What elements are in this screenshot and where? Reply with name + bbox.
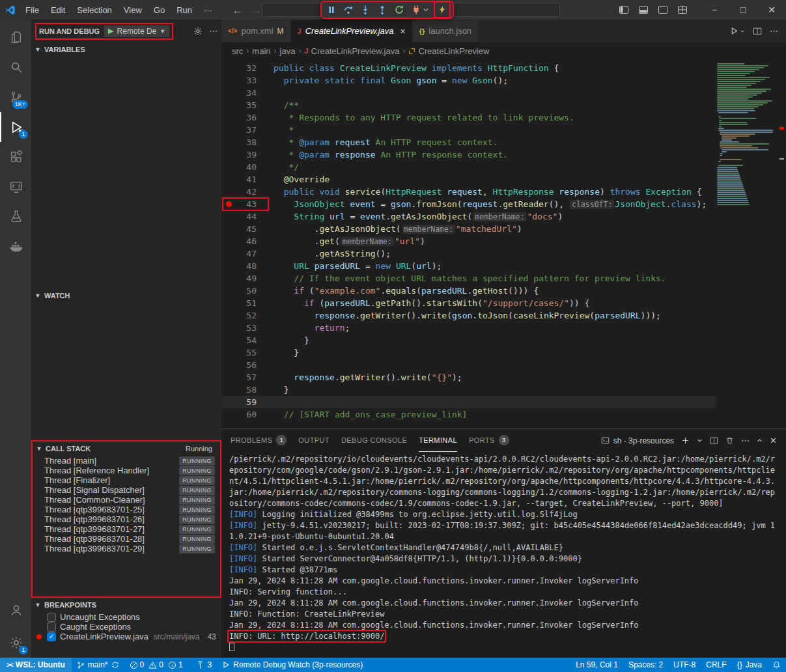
forwarded-ports[interactable]: 3 (191, 658, 218, 672)
breakpoint-gutter[interactable] (221, 359, 236, 371)
breakpoint-gutter[interactable] (221, 384, 236, 396)
chevron-down-icon[interactable] (423, 2, 430, 18)
step-into-icon[interactable] (358, 2, 373, 18)
breadcrumb-item[interactable]: java (280, 46, 296, 56)
tab-launch.json[interactable]: {}launch.json (413, 20, 479, 42)
breakpoint-gutter[interactable] (221, 309, 236, 322)
breakpoint-gutter[interactable] (221, 99, 236, 111)
menu-file[interactable]: File (20, 0, 45, 20)
customize-layout-icon[interactable] (674, 1, 691, 18)
code-editor[interactable]: 32public class CreateLinkPreview impleme… (221, 59, 786, 428)
breadcrumb-item[interactable]: CreateLinkPreview (408, 46, 489, 56)
split-editor-icon[interactable] (753, 27, 762, 36)
breakpoint-row[interactable]: Uncaught Exceptions (31, 612, 221, 622)
breakpoint-checkbox[interactable] (47, 613, 56, 622)
maximize-button[interactable]: □ (729, 0, 757, 20)
search-icon[interactable] (0, 52, 31, 82)
thread-row[interactable]: Thread [qtp399683701-27]RUNNING (33, 524, 220, 534)
thread-row[interactable]: Thread [qtp399683701-25]RUNNING (33, 505, 220, 514)
panel-tab-debug-console[interactable]: DEBUG CONSOLE (341, 429, 407, 452)
watch-section-header[interactable]: ▼ WATCH (31, 288, 221, 303)
tab-pom.xml[interactable]: </>pom.xmlM (221, 20, 291, 42)
panel-tab-terminal[interactable]: TERMINAL (419, 429, 457, 452)
breakpoint-checkbox[interactable]: ✓ (47, 632, 56, 641)
hot-code-replace-lightning-icon[interactable] (436, 3, 449, 16)
source-control-icon[interactable]: 1K+ (0, 82, 31, 112)
breakpoint-gutter[interactable] (221, 396, 236, 408)
problems-indicator[interactable]: 0 0 1 (124, 658, 191, 672)
breakpoint-gutter[interactable] (221, 285, 236, 297)
breakpoint-gutter[interactable] (221, 74, 236, 87)
remote-indicator[interactable]: >< WSL: Ubuntu (0, 658, 72, 672)
more-actions-icon[interactable]: ⋯ (741, 436, 750, 445)
new-terminal-icon[interactable] (681, 436, 690, 445)
minimap[interactable] (716, 59, 778, 428)
breakpoint-gutter[interactable] (221, 247, 236, 260)
more-actions-icon[interactable]: ⋯ (770, 26, 778, 36)
gear-icon[interactable] (193, 27, 203, 36)
breakpoint-checkbox[interactable] (47, 623, 56, 632)
minimize-button[interactable]: − (700, 0, 729, 20)
breakpoint-gutter[interactable] (221, 148, 236, 161)
thread-row[interactable]: Thread [Signal Dispatcher]RUNNING (33, 485, 220, 495)
breakpoint-gutter[interactable] (221, 161, 236, 173)
eol[interactable]: CRLF (701, 658, 731, 672)
terminal-session[interactable]: sh - 3p-resources (601, 436, 674, 445)
thread-row[interactable]: Thread [Finalizer]RUNNING (33, 475, 220, 485)
breadcrumb-item[interactable]: JCreateLinkPreview.java (304, 46, 399, 56)
breakpoint-gutter[interactable] (221, 235, 236, 247)
breakpoint-gutter[interactable] (221, 272, 236, 285)
overview-ruler[interactable] (778, 59, 786, 428)
thread-row[interactable]: Thread [qtp399683701-28]RUNNING (33, 534, 220, 544)
terminal-output[interactable]: /pierrick/.m2/repository/io/cloudevents/… (221, 452, 786, 658)
step-over-icon[interactable] (341, 2, 356, 18)
breadcrumb-item[interactable]: src (232, 46, 243, 56)
cursor-position[interactable]: Ln 59, Col 1 (570, 658, 623, 672)
kill-terminal-icon[interactable] (725, 436, 734, 445)
menu-selection[interactable]: Selection (71, 0, 117, 20)
maximize-panel-icon[interactable] (757, 438, 763, 443)
language-mode[interactable]: {}Java (732, 658, 767, 672)
breakpoint-gutter[interactable] (221, 334, 236, 346)
breakpoint-gutter[interactable] (221, 111, 236, 124)
menu-run[interactable]: Run (171, 0, 198, 20)
breakpoint-gutter[interactable] (221, 260, 236, 272)
close-panel-icon[interactable]: ✕ (770, 436, 777, 445)
start-debug-icon[interactable]: ▶ (108, 27, 113, 35)
testing-icon[interactable] (0, 202, 31, 232)
encoding[interactable]: UTF-8 (668, 658, 701, 672)
breakpoint-gutter[interactable] (221, 186, 236, 198)
launch-config-dropdown[interactable]: ▶ Remote De ▼ (104, 25, 169, 37)
notifications-bell[interactable] (767, 658, 786, 672)
thread-row[interactable]: Thread [qtp399683701-26]RUNNING (33, 514, 220, 524)
thread-row[interactable]: Thread [Common-Cleaner]RUNNING (33, 495, 220, 505)
breakpoints-section-header[interactable]: ▼ BREAKPOINTS (31, 598, 221, 612)
disconnect-icon[interactable] (408, 2, 424, 18)
menu-edit[interactable]: Edit (45, 0, 71, 20)
tab-CreateLinkPreview.java[interactable]: JCreateLinkPreview.java× (291, 20, 413, 42)
panel-tab-ports[interactable]: PORTS3 (469, 429, 509, 452)
thread-row[interactable]: Thread [main]RUNNING (33, 456, 220, 466)
debug-session-indicator[interactable]: Remote Debug Watch (3p-resources) (217, 658, 368, 672)
breakpoint-row[interactable]: ✓CreateLinkPreview.javasrc/main/java43 (31, 632, 221, 641)
forward-arrow-icon[interactable]: → (251, 5, 261, 16)
docker-icon[interactable] (0, 232, 31, 262)
breakpoint-gutter[interactable] (221, 173, 236, 186)
breakpoint-gutter[interactable] (221, 322, 236, 334)
account-icon[interactable] (0, 595, 31, 625)
breadcrumb-item[interactable]: main (252, 46, 270, 56)
toggle-sidebar-icon[interactable] (615, 1, 632, 18)
back-arrow-icon[interactable]: ← (232, 5, 242, 16)
restart-icon[interactable] (391, 2, 407, 18)
breakpoint-gutter[interactable] (221, 87, 236, 99)
remote-explorer-icon[interactable] (0, 172, 31, 202)
breakpoint-gutter[interactable] (221, 346, 236, 359)
thread-row[interactable]: Thread [Reference Handler]RUNNING (33, 466, 220, 475)
thread-row[interactable]: Thread [qtp399683701-29]RUNNING (33, 544, 220, 553)
breakpoint-gutter[interactable] (221, 210, 236, 223)
step-out-icon[interactable] (374, 2, 390, 18)
close-tab-icon[interactable]: × (400, 26, 406, 36)
close-button[interactable]: ✕ (757, 0, 786, 20)
breakpoint-gutter[interactable] (221, 124, 236, 136)
extensions-icon[interactable] (0, 142, 31, 172)
